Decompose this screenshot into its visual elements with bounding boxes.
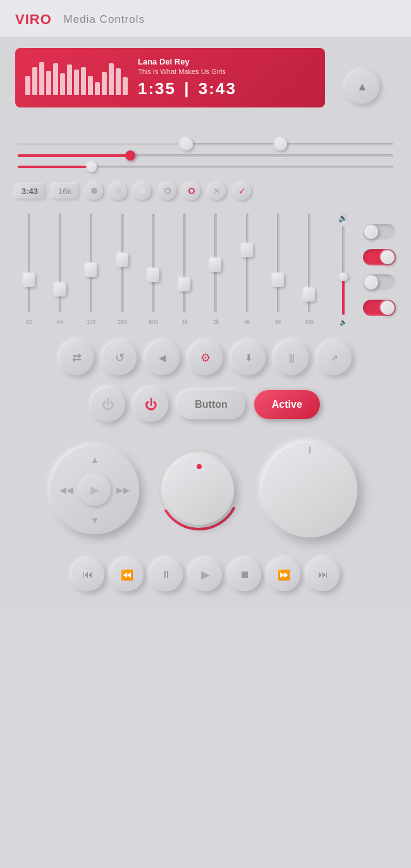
volume-thumb[interactable] [125, 150, 135, 161]
eq-bar [109, 63, 114, 95]
knobs-section: ▲ ◀◀ ▶ ▶▶ ▼ [15, 439, 396, 541]
eq-label-2k: 2k [202, 319, 230, 325]
eq-bar [102, 72, 107, 95]
header: VIRO· Media Controls [0, 0, 411, 37]
toggle-off-2[interactable] [363, 274, 396, 291]
skip-back-button[interactable]: ⏮ [71, 558, 104, 591]
eq-thumb[interactable] [210, 258, 221, 272]
confirm-button[interactable]: ✓ [233, 182, 251, 200]
big-knob-tick [309, 446, 311, 454]
eq-label-8k: 8k [264, 319, 291, 325]
button-default[interactable]: Button [177, 390, 245, 419]
eq-thumb[interactable] [179, 278, 190, 291]
eq-thumb[interactable] [54, 283, 66, 296]
volume-button[interactable]: ◀ [145, 341, 180, 375]
slider-thumb-1[interactable] [180, 138, 193, 150]
big-knob-container [259, 439, 360, 541]
volume-slider[interactable] [18, 154, 393, 157]
eq-fader-5 [140, 214, 167, 312]
eq-thumb[interactable] [117, 253, 128, 267]
toggle-on-2[interactable] [363, 300, 396, 316]
eq-label-64: 64 [46, 319, 73, 325]
cancel-button[interactable]: ✕ [208, 182, 226, 200]
radio-btn-filled-light[interactable] [109, 182, 127, 200]
progress-slider[interactable] [18, 143, 393, 145]
radio-inner [91, 188, 97, 194]
dpad-left-arrow[interactable]: ◀◀ [59, 485, 73, 495]
eq-track[interactable] [28, 214, 30, 312]
eq-thumb[interactable] [304, 288, 315, 302]
eq-bar [25, 76, 30, 95]
eq-thumb[interactable] [85, 263, 97, 277]
bass-slider[interactable] [18, 166, 393, 168]
power-button-on[interactable]: ⏻ [134, 388, 168, 422]
eq-track[interactable] [308, 214, 310, 312]
radio-btn-ring[interactable] [159, 182, 176, 200]
eq-track[interactable] [90, 214, 92, 312]
eject-icon: ▲ [357, 80, 368, 94]
radio-group-1 [85, 182, 151, 200]
volume-vertical-thumb[interactable] [339, 272, 348, 281]
time-display: 3:43 [15, 184, 44, 199]
dpad-control[interactable]: ▲ ◀◀ ▶ ▶▶ ▼ [51, 446, 139, 534]
eq-label-250: 250 [109, 319, 136, 325]
eq-track[interactable] [59, 214, 61, 312]
eq-track[interactable] [277, 214, 279, 312]
player-time: 1:35 | 3:43 [138, 79, 315, 99]
logo: VIRO [15, 11, 52, 28]
eq-label-16k: 16k [296, 319, 323, 325]
eq-track[interactable] [152, 214, 155, 312]
radio-btn-filled-lighter[interactable] [133, 182, 151, 200]
button-active[interactable]: Active [254, 390, 320, 419]
dpad-up-arrow[interactable]: ▲ [90, 455, 99, 465]
volume-vertical-slider[interactable] [342, 226, 345, 315]
equalizer-button[interactable]: ||| [274, 341, 309, 375]
eq-labels: 32 64 125 250 500 1k 2k 4k 8k 16k [15, 319, 323, 325]
eq-bar [81, 67, 86, 95]
settings-button[interactable]: ⚙ [188, 341, 223, 375]
main-content: Lana Del Rey This Is What Makes Us Girls… [0, 37, 411, 610]
dpad-down-arrow[interactable]: ▼ [90, 515, 99, 525]
eq-track[interactable] [121, 214, 124, 312]
eq-fader-10 [296, 214, 323, 312]
toggle-off-1[interactable] [363, 224, 396, 240]
bass-thumb[interactable] [87, 162, 97, 172]
power-icon-off: ⏻ [102, 398, 114, 412]
dpad-right-arrow[interactable]: ▶▶ [116, 485, 130, 495]
eq-label-500: 500 [140, 319, 167, 325]
rewind-button[interactable]: ⏪ [111, 558, 144, 591]
eq-thumb[interactable] [242, 243, 253, 257]
eq-bar [95, 82, 100, 95]
controls-row: 3:43 16k ✕ ✓ [15, 182, 396, 200]
equalizer-main: 32 64 125 250 500 1k 2k 4k 8k 16k [15, 214, 323, 326]
radio-btn-ring-red[interactable] [183, 182, 200, 200]
stop-button[interactable]: ⏹ [228, 558, 261, 591]
eq-track[interactable] [214, 214, 217, 312]
dpad-center-button[interactable]: ▶ [79, 474, 111, 506]
eq-track[interactable] [183, 214, 186, 312]
eq-thumb[interactable] [23, 273, 35, 287]
transport-row: ⏮ ⏪ ⏸ ▶ ⏹ ⏩ ⏭ [15, 558, 396, 591]
slider-row-1 [15, 143, 396, 145]
eq-thumb[interactable] [148, 268, 159, 282]
download-button[interactable]: ⬇ [231, 341, 266, 375]
play-button[interactable]: ▶ [189, 558, 222, 591]
big-knob[interactable] [262, 443, 357, 537]
eq-fader-9 [264, 214, 291, 312]
radio-btn-filled-dark[interactable] [85, 182, 103, 200]
slider-thumb-2[interactable] [274, 138, 287, 150]
pause-button[interactable]: ⏸ [150, 558, 183, 591]
eq-track[interactable] [246, 214, 248, 312]
eject-button[interactable]: ▲ [345, 70, 379, 104]
eq-thumb[interactable] [273, 273, 284, 287]
repeat-button[interactable]: ↺ [102, 341, 137, 375]
share-button[interactable]: ⇗ [317, 341, 352, 375]
shuffle-button[interactable]: ⇄ [59, 341, 94, 375]
arc-knob[interactable] [164, 455, 234, 525]
fast-forward-button[interactable]: ⏩ [267, 558, 300, 591]
volume-icon-top: 🔊 [338, 214, 348, 223]
player-card: Lana Del Rey This Is What Makes Us Girls… [15, 48, 325, 107]
power-button-off[interactable]: ⏻ [91, 388, 125, 422]
toggle-on-1[interactable] [363, 249, 396, 266]
skip-forward-button[interactable]: ⏭ [307, 558, 340, 591]
